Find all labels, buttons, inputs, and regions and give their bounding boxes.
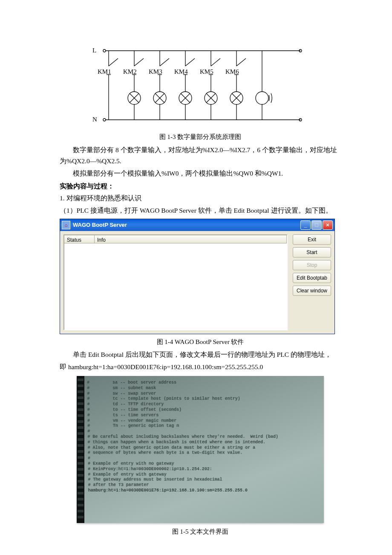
contact-KM4: KM4 <box>174 68 188 75</box>
figure-caption-1-3: 图 1-3 数字量部分系统原理图 <box>60 132 341 143</box>
edit-bootptab-button[interactable]: Edit Bootptab <box>293 273 331 283</box>
figure-caption-1-4: 图 1-4 WAGO BootP Server 软件 <box>60 337 341 348</box>
bootp-server-window: ⌂ WAGO BootP Server _ □ × Status Info Ex… <box>60 219 335 334</box>
contact-KM5: KM5 <box>200 68 213 75</box>
svg-point-3 <box>103 119 106 121</box>
svg-point-0 <box>103 49 106 52</box>
figure-caption-1-5: 图 1-5 文本文件界面 <box>60 526 341 538</box>
window-titlebar[interactable]: ⌂ WAGO BootP Server _ □ × <box>60 219 334 231</box>
minimize-button[interactable]: _ <box>300 220 311 230</box>
column-info[interactable]: Info <box>95 235 287 243</box>
svg-line-7 <box>109 58 118 66</box>
svg-line-19 <box>160 58 169 66</box>
circuit-diagram: .w { stroke:#000; stroke-width:1.3; fill… <box>60 40 341 129</box>
svg-line-35 <box>211 58 220 66</box>
svg-line-27 <box>185 58 195 66</box>
svg-line-43 <box>236 58 246 66</box>
paragraph-analog: 模拟量部分有一个模拟量输入%IW0，两个模拟量输出%QW0 和%QW1. <box>60 168 341 179</box>
exit-button[interactable]: Exit <box>293 234 331 245</box>
svg-line-11 <box>134 58 144 66</box>
start-button[interactable]: Start <box>293 247 331 257</box>
paragraph-edit-bootptab-1: 单击 Edit Bootptal 后出现如下页面，修改文本最后一行的物理地址为 … <box>60 349 341 360</box>
svg-point-51 <box>256 92 268 104</box>
bootptab-content: # sa -- boot server address # sm -- subn… <box>77 376 324 496</box>
stop-button: Stop <box>293 260 331 270</box>
section-title: 实验内容与过程： <box>60 181 341 192</box>
label-L: L <box>92 47 96 54</box>
paragraph-digital: 数字量部分有 8 个数字量输入，对应地址为%IX2.0—%IX2.7，6 个数字… <box>60 145 341 167</box>
contact-KM6: KM6 <box>225 68 239 75</box>
app-icon: ⌂ <box>62 221 70 229</box>
contact-KM2: KM2 <box>123 68 137 75</box>
bootptab-editor-photo: # sa -- boot server address # sm -- subn… <box>77 376 324 523</box>
log-list[interactable]: Status Info <box>63 234 288 330</box>
step-1a: （1）PLC 接通电源，打开 WAGO BootP Server 软件，单击 E… <box>60 205 341 216</box>
column-status[interactable]: Status <box>64 235 95 243</box>
close-button[interactable]: × <box>323 220 333 230</box>
contact-KM1: KM1 <box>98 68 111 75</box>
clear-window-button[interactable]: Clear window <box>293 286 331 296</box>
step-1: 1. 对编程环境的熟悉和认识 <box>60 193 341 204</box>
window-title: WAGO BootP Server <box>73 220 127 230</box>
maximize-button: □ <box>311 220 322 230</box>
contact-KM3: KM3 <box>149 68 162 75</box>
label-N: N <box>92 116 97 123</box>
paragraph-edit-bootptab-2: 即 hamburg:ht=1:ha=0030DE001E76:ip=192.16… <box>60 361 341 373</box>
